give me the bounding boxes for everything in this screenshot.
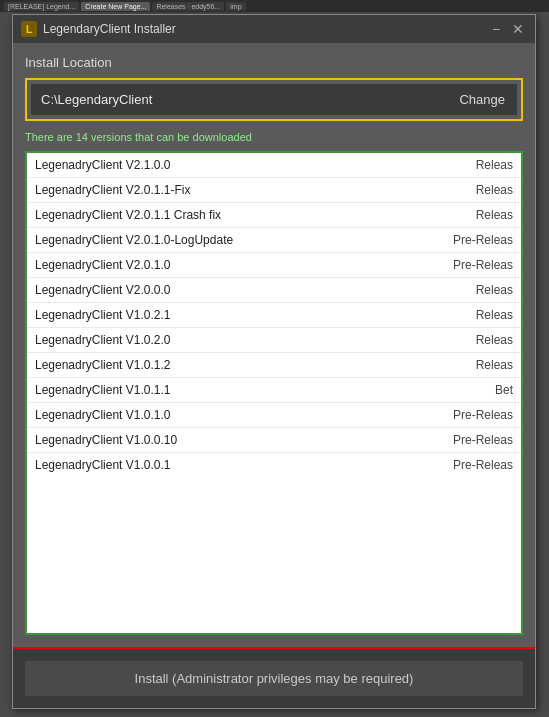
version-name: LegenadryClient V1.0.1.2 <box>35 358 170 372</box>
table-row[interactable]: LegenadryClient V1.0.2.1Releas <box>27 303 521 328</box>
install-button[interactable]: Install (Administrator privileges may be… <box>25 661 523 696</box>
browser-tab-1[interactable]: [RELEASE] Legend... <box>4 2 79 11</box>
version-name: LegenadryClient V2.0.0.0 <box>35 283 170 297</box>
version-type: Releas <box>476 358 513 372</box>
table-row[interactable]: LegenadryClient V2.1.0.0Releas <box>27 153 521 178</box>
browser-tab-2[interactable]: Create New Page... <box>81 2 150 11</box>
version-type: Pre-Releas <box>453 433 513 447</box>
browser-tab-4[interactable]: imp <box>226 2 245 11</box>
title-bar: L LegendaryClient Installer − ✕ <box>13 15 535 43</box>
table-row[interactable]: LegenadryClient V2.0.1.0-LogUpdatePre-Re… <box>27 228 521 253</box>
version-type: Pre-Releas <box>453 233 513 247</box>
version-type: Releas <box>476 333 513 347</box>
version-name: LegenadryClient V1.0.1.1 <box>35 383 170 397</box>
browser-tab-3[interactable]: Releases · eddy56... <box>152 2 224 11</box>
window-controls: − ✕ <box>487 20 527 38</box>
table-row[interactable]: LegenadryClient V1.0.0.10Pre-Releas <box>27 428 521 453</box>
versions-list[interactable]: LegenadryClient V2.1.0.0ReleasLegenadryC… <box>25 151 523 635</box>
version-name: LegenadryClient V1.0.0.1 <box>35 458 170 472</box>
version-type: Releas <box>476 158 513 172</box>
table-row[interactable]: LegenadryClient V2.0.1.0Pre-Releas <box>27 253 521 278</box>
install-path-row: Change <box>31 84 517 115</box>
browser-tabs: [RELEASE] Legend... Create New Page... R… <box>0 0 549 12</box>
version-name: LegenadryClient V1.0.1.0 <box>35 408 170 422</box>
table-row[interactable]: LegenadryClient V2.0.1.1-FixReleas <box>27 178 521 203</box>
version-name: LegenadryClient V1.0.2.0 <box>35 333 170 347</box>
version-name: LegenadryClient V2.0.1.0 <box>35 258 170 272</box>
version-type: Bet <box>495 383 513 397</box>
install-location-area: Change <box>25 78 523 121</box>
window-title: LegendaryClient Installer <box>43 22 481 36</box>
table-row[interactable]: LegenadryClient V2.0.1.1 Crash fixReleas <box>27 203 521 228</box>
table-row[interactable]: LegenadryClient V1.0.1.1Bet <box>27 378 521 403</box>
version-name: LegenadryClient V2.0.1.0-LogUpdate <box>35 233 233 247</box>
version-type: Pre-Releas <box>453 408 513 422</box>
installer-window: L LegendaryClient Installer − ✕ Install … <box>12 14 536 709</box>
version-name: LegenadryClient V2.1.0.0 <box>35 158 170 172</box>
versions-count-text: There are 14 versions that can be downlo… <box>25 131 523 143</box>
version-type: Releas <box>476 183 513 197</box>
version-type: Pre-Releas <box>453 458 513 472</box>
version-name: LegenadryClient V2.0.1.1 Crash fix <box>35 208 221 222</box>
table-row[interactable]: LegenadryClient V1.0.0.1Pre-Releas <box>27 453 521 477</box>
table-row[interactable]: LegenadryClient V1.0.1.0Pre-Releas <box>27 403 521 428</box>
version-name: LegenadryClient V1.0.0.10 <box>35 433 177 447</box>
version-name: LegenadryClient V1.0.2.1 <box>35 308 170 322</box>
window-content: Install Location Change There are 14 ver… <box>13 43 535 647</box>
app-icon: L <box>21 21 37 37</box>
version-type: Releas <box>476 283 513 297</box>
version-type: Releas <box>476 308 513 322</box>
table-row[interactable]: LegenadryClient V2.0.0.0Releas <box>27 278 521 303</box>
install-location-label: Install Location <box>25 55 523 70</box>
close-button[interactable]: ✕ <box>509 20 527 38</box>
version-name: LegenadryClient V2.0.1.1-Fix <box>35 183 190 197</box>
table-row[interactable]: LegenadryClient V1.0.1.2Releas <box>27 353 521 378</box>
version-type: Pre-Releas <box>453 258 513 272</box>
change-button[interactable]: Change <box>447 84 517 115</box>
install-path-input[interactable] <box>31 84 447 115</box>
version-type: Releas <box>476 208 513 222</box>
minimize-button[interactable]: − <box>487 20 505 38</box>
table-row[interactable]: LegenadryClient V1.0.2.0Releas <box>27 328 521 353</box>
bottom-bar: Install (Administrator privileges may be… <box>13 647 535 708</box>
